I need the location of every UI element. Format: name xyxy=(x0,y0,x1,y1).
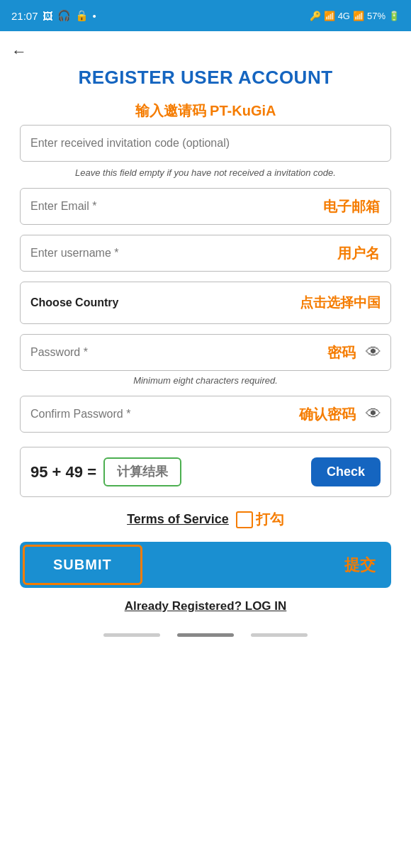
submit-wrapper: SUBMIT 提交 xyxy=(20,542,391,588)
status-left: 21:07 🖼 🎧 🔒 • xyxy=(11,9,96,22)
login-link[interactable]: Already Registered? LOG IN xyxy=(125,599,287,613)
back-row: ← xyxy=(0,31,411,67)
terms-checkbox[interactable] xyxy=(236,511,253,528)
bottom-nav xyxy=(20,628,391,647)
country-row: Choose Country 点击选择中国 xyxy=(20,282,391,324)
back-button[interactable]: ← xyxy=(11,40,33,64)
country-select[interactable]: Choose Country 点击选择中国 xyxy=(20,282,391,324)
nav-dot-1 xyxy=(103,633,160,637)
vpn-icon: 🔑 xyxy=(310,11,321,21)
status-right: 🔑 📶 4G 📶 57% 🔋 xyxy=(310,11,400,21)
email-input[interactable] xyxy=(20,188,391,225)
submit-row: SUBMIT 提交 xyxy=(20,542,391,588)
already-registered-row: Already Registered? LOG IN xyxy=(20,599,391,613)
terms-of-service-link[interactable]: Terms of Service xyxy=(127,512,229,527)
invitation-label: 输入邀请码 PT-KuGiA xyxy=(20,101,391,121)
password-hint: Minimum eight characters required. xyxy=(20,375,391,386)
password-field-row: 密码 👁 xyxy=(20,334,391,371)
confirm-password-input[interactable] xyxy=(20,396,391,433)
terms-checkbox-wrapper: 打勾 xyxy=(236,510,284,529)
dot-icon: • xyxy=(93,10,96,22)
wifi-icon: 📶 xyxy=(324,11,335,21)
password-eye-icon[interactable]: 👁 xyxy=(366,343,381,362)
nav-dot-3 xyxy=(251,633,308,637)
headphone-icon: 🎧 xyxy=(57,9,71,22)
username-field-row: 用户名 xyxy=(20,235,391,272)
signal-bars: 📶 xyxy=(353,11,364,21)
battery-level: 57% xyxy=(367,11,385,21)
confirm-password-eye-icon[interactable]: 👁 xyxy=(366,405,381,423)
captcha-input[interactable] xyxy=(103,457,181,486)
network-type: 4G xyxy=(338,11,350,21)
page-title: REGISTER USER ACCOUNT xyxy=(20,67,391,89)
captcha-equation: 95 + 49 = xyxy=(30,463,96,482)
confirm-password-field-row: 确认密码 👁 xyxy=(20,396,391,433)
battery-icon: 🔋 xyxy=(388,11,400,21)
captcha-row: 95 + 49 = Check xyxy=(20,447,391,497)
password-input[interactable] xyxy=(20,334,391,371)
photo-icon: 🖼 xyxy=(43,10,53,22)
country-label: Choose Country xyxy=(30,296,118,309)
submit-chinese-label: 提交 xyxy=(344,555,388,576)
nav-dot-2 xyxy=(177,633,234,637)
lock-icon: 🔒 xyxy=(75,9,89,22)
username-input[interactable] xyxy=(20,235,391,272)
main-content: REGISTER USER ACCOUNT 输入邀请码 PT-KuGiA Lea… xyxy=(0,67,411,664)
email-field-row: 电子邮箱 xyxy=(20,188,391,225)
submit-button[interactable]: SUBMIT xyxy=(23,545,142,585)
tick-label: 打勾 xyxy=(256,510,284,529)
invitation-code-input[interactable] xyxy=(20,125,391,162)
invitation-hint: Leave this field empty if you have not r… xyxy=(20,167,391,178)
terms-row: Terms of Service 打勾 xyxy=(20,510,391,529)
status-time: 21:07 xyxy=(11,10,38,22)
check-button[interactable]: Check xyxy=(311,457,381,486)
country-overlay-label: 点击选择中国 xyxy=(300,294,381,312)
status-bar: 21:07 🖼 🎧 🔒 • 🔑 📶 4G 📶 57% 🔋 xyxy=(0,0,411,31)
